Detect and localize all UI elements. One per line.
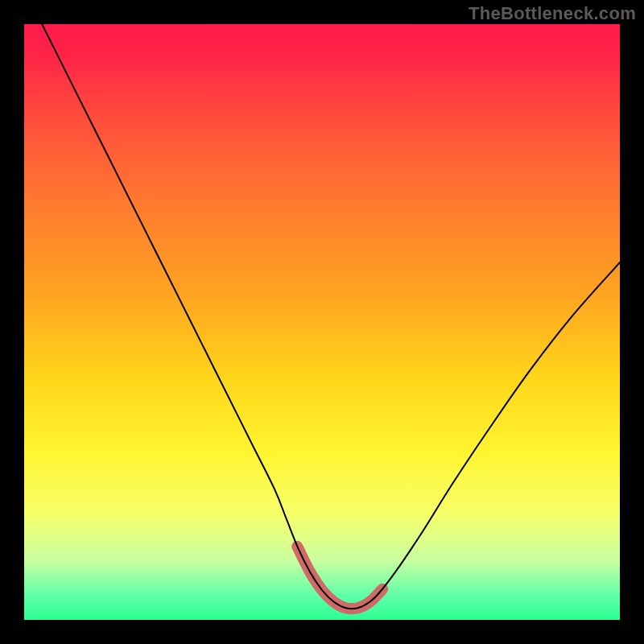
plot-area	[24, 24, 620, 620]
optimal-range-highlight	[297, 547, 382, 609]
curve-layer	[24, 24, 620, 620]
watermark-text: TheBottleneck.com	[469, 3, 636, 24]
bottleneck-curve	[42, 24, 620, 609]
chart-frame: TheBottleneck.com	[0, 0, 644, 644]
